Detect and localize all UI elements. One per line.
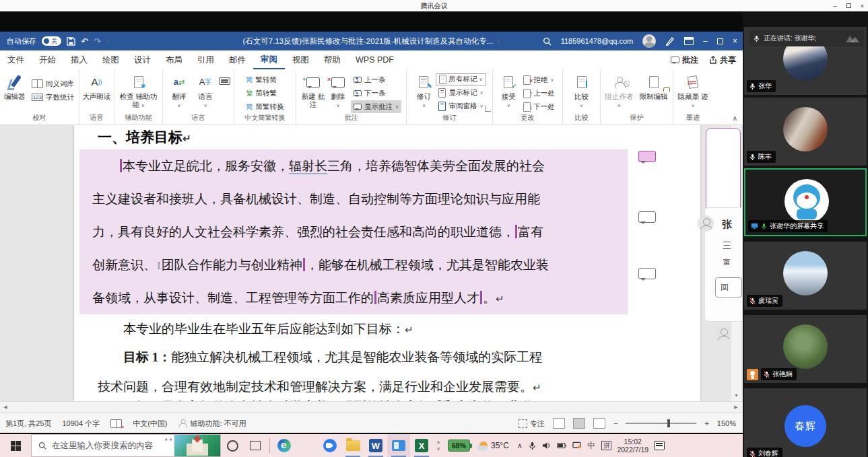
zoom-in-icon[interactable]: +	[704, 419, 708, 427]
tab-draw[interactable]: 绘图	[95, 51, 127, 69]
account-avatar[interactable]	[642, 34, 656, 48]
notification-center-icon[interactable]	[654, 441, 665, 450]
volume-tray-icon[interactable]	[542, 442, 551, 450]
read-mode-button[interactable]	[553, 418, 565, 429]
scroll-down-icon[interactable]: ▼	[731, 390, 741, 401]
reject-button[interactable]: ×拒绝 ∨	[521, 73, 558, 86]
next-comment-button[interactable]: ↳下一条	[351, 87, 401, 100]
language-button[interactable]: A字 语言∨	[193, 72, 218, 110]
participant-tile-chenfeng[interactable]: 陈丰	[744, 98, 867, 166]
document-page[interactable]: 一、培养目标↵ 本专业立足皖北，服务安徽，辐射长三角，培养德智体美劳全面发展的社…	[74, 125, 700, 401]
participant-tile-screenshare[interactable]: 张谢华的屏幕共享	[744, 168, 867, 236]
weather-widget[interactable]: 35°C	[479, 441, 509, 450]
redo-button[interactable]: ↷	[94, 36, 101, 46]
ribbon-display-options-icon[interactable]	[684, 37, 694, 45]
window-minimize-button[interactable]: –	[834, 3, 837, 9]
print-layout-button[interactable]	[573, 418, 585, 429]
tab-layout[interactable]: 布局	[158, 51, 190, 69]
zoom-slider-thumb[interactable]	[667, 419, 670, 427]
battery-tray-icon[interactable]	[557, 442, 566, 449]
edge-button[interactable]	[273, 434, 296, 457]
window-close-button[interactable]: ×	[861, 3, 864, 9]
share-button[interactable]: 共享	[709, 55, 736, 66]
horizontal-scrollbar[interactable]: ◀ ▶	[0, 401, 743, 413]
traditional-to-simplified-button[interactable]: 简繁转简	[244, 73, 287, 86]
focus-mode-button[interactable]: 专注	[519, 419, 545, 429]
previous-comment-button[interactable]: ↰上一条	[351, 73, 401, 86]
translate-button[interactable]: a⇄ 翻译∨	[166, 72, 192, 110]
word-restore-button[interactable]	[717, 38, 723, 44]
markup-view-dropdown[interactable]: 所有标记 ∨	[436, 73, 486, 85]
word-close-button[interactable]: ×	[733, 36, 737, 46]
tray-expand-icon[interactable]: ∧	[517, 442, 523, 450]
comments-button[interactable]: 批注	[671, 55, 698, 66]
tab-file[interactable]: 文件	[0, 51, 32, 69]
taskbar-clock[interactable]: 15:022022/7/19	[617, 437, 648, 454]
new-comment-button[interactable]: + 新建 批注	[301, 72, 325, 108]
excel-taskbar-button[interactable]: X	[410, 434, 433, 457]
account-email[interactable]: 1185961478@qq.com	[561, 37, 634, 45]
reply-button[interactable]: 回	[715, 277, 742, 297]
show-markup-button[interactable]: 显示标记 ∨	[436, 86, 486, 99]
ime-mode-icon[interactable]: 拼	[601, 441, 612, 450]
collapse-ribbon-icon[interactable]: ∧	[733, 114, 737, 122]
tab-view[interactable]: 视图	[285, 51, 316, 69]
tab-wps-pdf[interactable]: WPS PDF	[348, 51, 401, 69]
accept-button[interactable]: ✓ 接受∨	[498, 72, 519, 110]
comment-bubble-icon[interactable]	[638, 211, 656, 223]
participant-tile-zhangyanxian[interactable]: 张艳娴	[744, 315, 867, 383]
undo-button[interactable]: ↶	[81, 36, 88, 46]
simplified-to-traditional-button[interactable]: 繁简转繁	[244, 87, 287, 100]
comment-bubble-icon[interactable]	[638, 151, 656, 162]
delete-comment-button[interactable]: × 删除∨	[327, 72, 349, 110]
window-restore-button[interactable]	[846, 3, 851, 8]
tracking-dialog-launcher[interactable]	[485, 106, 491, 112]
restrict-editing-button[interactable]: 限制编辑	[637, 72, 671, 100]
tab-home[interactable]: 开始	[32, 51, 63, 69]
show-comments-button[interactable]: 显示批注 ∨	[351, 100, 401, 113]
web-layout-button[interactable]	[593, 418, 605, 429]
zoom-out-icon[interactable]: −	[613, 419, 617, 427]
file-explorer-button[interactable]	[341, 434, 364, 457]
microphone-tray-icon[interactable]	[529, 442, 536, 450]
track-changes-button[interactable]: ✎ 修订∨	[413, 72, 434, 110]
comment-bubble-icon[interactable]	[638, 268, 656, 279]
convert-button[interactable]: 简简繁转换	[244, 100, 287, 113]
display-tray-icon[interactable]	[572, 442, 581, 450]
zoom-level[interactable]: 150%	[717, 419, 736, 427]
tab-references[interactable]: 引用	[190, 51, 222, 69]
scroll-right-icon[interactable]: ▶	[731, 402, 741, 413]
battery-widget[interactable]: 68%	[448, 440, 470, 452]
task-view-button[interactable]	[244, 434, 267, 457]
tab-mailings[interactable]: 邮件	[222, 51, 253, 69]
tencent-meeting-button[interactable]	[319, 434, 341, 457]
participant-tile-yuruibin[interactable]: 虞瑞宾	[744, 242, 867, 310]
ime-language-indicator[interactable]: 中	[587, 440, 595, 452]
reviewing-pane-button[interactable]: 审阅窗格 ∨	[436, 100, 486, 112]
accessibility-status[interactable]: 辅助功能: 不可用	[178, 418, 246, 429]
word-count-indicator[interactable]: 10904 个字	[62, 419, 100, 429]
cortana-button[interactable]	[221, 434, 244, 457]
scroll-left-icon[interactable]: ◀	[0, 402, 11, 413]
meeting-app-button[interactable]	[387, 434, 410, 457]
block-authors-button[interactable]: ⃠ 阻止作者 ∨	[603, 72, 636, 110]
save-icon[interactable]	[67, 37, 75, 46]
participant-tile-liuchunhui[interactable]: 春辉 刘春辉	[744, 388, 867, 457]
page-indicator[interactable]: 第1页, 共25页	[5, 419, 51, 429]
thesaurus-button[interactable]: 同义词库	[29, 77, 77, 90]
compare-button[interactable]: 比较∨	[566, 72, 598, 110]
keyboard-icon[interactable]	[219, 77, 230, 85]
language-indicator[interactable]: 中文(中国)	[133, 419, 167, 429]
word-minimize-button[interactable]: –	[703, 36, 708, 46]
ink-pen-icon[interactable]	[665, 36, 675, 46]
tab-insert[interactable]: 插入	[63, 51, 95, 69]
taskbar-search-input[interactable]: 在这里输入你要搜索的内容 ✦✦	[31, 434, 221, 457]
proofing-status-icon[interactable]: ×	[110, 419, 122, 428]
title-dropdown-icon[interactable]: ∨	[496, 38, 500, 44]
check-accessibility-button[interactable]: ✳ 检查 辅助功能 ∨	[118, 72, 160, 110]
word-count-button[interactable]: 123字数统计	[29, 91, 77, 104]
previous-change-button[interactable]: ↑上一处	[521, 87, 558, 100]
taskbar-overflow-arrows[interactable]: ∧∨	[433, 440, 444, 452]
tab-help[interactable]: 帮助	[316, 51, 348, 69]
autosave-toggle[interactable]: 关	[42, 36, 61, 46]
